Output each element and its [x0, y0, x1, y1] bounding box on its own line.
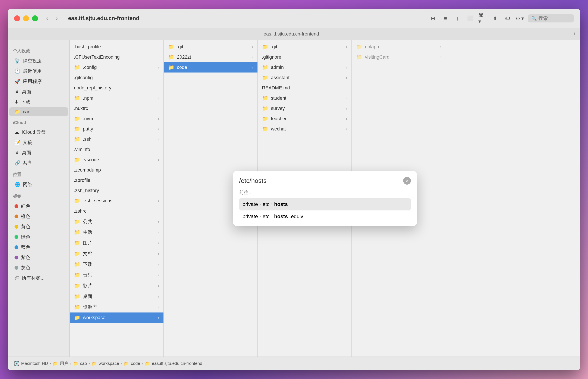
users-folder-icon: 📁	[53, 361, 58, 366]
dialog-result-2[interactable]: private › etc › hosts.equiv	[239, 210, 411, 222]
goto-input[interactable]: /etc/hosts	[239, 177, 401, 184]
breadcrumb-separator: ›	[121, 361, 122, 366]
recents-icon: 🕐	[15, 68, 20, 74]
sidebar-item-label: 桌面	[22, 89, 31, 95]
sidebar-item-desktop[interactable]: 🖥 桌面	[9, 87, 68, 97]
downloads-icon: ⬇	[15, 99, 18, 105]
breadcrumb-item[interactable]: 用户	[60, 361, 68, 366]
more-icon[interactable]: ⊙ ▾	[515, 14, 524, 23]
sidebar-item-label: 黄色	[21, 223, 30, 230]
column-view-icon[interactable]: ⫿	[454, 14, 462, 23]
tag-icon[interactable]: 🏷	[503, 14, 512, 23]
workspace-folder-icon: 📁	[92, 361, 97, 366]
traffic-lights	[14, 16, 38, 21]
dialog-result-1[interactable]: private › etc › hosts	[239, 198, 411, 210]
sort-icon[interactable]: ⌘ ▾	[478, 14, 487, 23]
sidebar-item-label: 蓝色	[21, 244, 30, 251]
share-icon[interactable]: ⬆	[491, 14, 499, 23]
tags-section-label: 标签	[8, 192, 69, 201]
chevron-right-icon: ›	[260, 202, 261, 206]
toolbar-icons: ⊞ ≡ ⫿ ⬜ ⌘ ▾ ⬆ 🏷 ⊙ ▾ 🔍	[429, 14, 574, 23]
titlebar: ‹ › eas.itf.sjtu.edu.cn-frontend ⊞ ≡ ⫿ ⬜…	[8, 9, 580, 28]
search-input[interactable]	[538, 16, 571, 21]
breadcrumb-item[interactable]: Macintosh HD	[21, 361, 48, 366]
sidebar-item-icloud-drive[interactable]: ☁ iCloud 云盘	[9, 127, 68, 137]
icloud-section-label: iCloud	[8, 118, 69, 127]
sidebar-item-yellow[interactable]: 黄色	[9, 222, 68, 232]
back-button[interactable]: ‹	[44, 14, 50, 23]
sidebar-item-shared[interactable]: 🔗 共享	[9, 158, 68, 168]
sidebar-item-orange[interactable]: 橙色	[9, 212, 68, 221]
sidebar-item-all-tags[interactable]: 🏷 所有标签...	[9, 273, 68, 283]
red-tag-icon	[15, 204, 18, 208]
chevron-right-icon: ›	[260, 214, 261, 219]
cao-icon: 📁	[15, 109, 20, 115]
result-text: etc	[263, 213, 269, 220]
sidebar-item-label: 红色	[21, 203, 30, 209]
documents-icon: 📝	[15, 140, 20, 145]
sidebar-item-label: 文稿	[23, 139, 32, 146]
sidebar-item-airdrop[interactable]: 📡 隔空投送	[9, 56, 68, 66]
result-text: private	[243, 201, 258, 207]
sidebar-item-gray[interactable]: 灰色	[9, 263, 68, 273]
dialog-overlay: /etc/hosts ✕ 前往： private › etc › hosts	[70, 40, 580, 357]
sidebar-item-label: iCloud 云盘	[22, 129, 46, 135]
sidebar-item-documents[interactable]: 📝 文稿	[9, 138, 68, 147]
airdrop-icon: 📡	[15, 58, 20, 64]
sidebar-item-red[interactable]: 红色	[9, 201, 68, 211]
breadcrumb-item[interactable]: workspace	[99, 361, 119, 366]
code-folder-icon: 📁	[124, 361, 129, 366]
tab-title: eas.itf.sjtu.edu.cn-frontend	[12, 31, 571, 37]
list-view-icon[interactable]: ≡	[441, 14, 450, 23]
sidebar-item-label: 下载	[21, 99, 30, 105]
breadcrumb-item[interactable]: code	[131, 361, 140, 366]
sidebar-item-label: 橙色	[21, 213, 30, 220]
sidebar-item-recents[interactable]: 🕐 最近使用	[9, 66, 68, 76]
favorites-section-label: 个人收藏	[8, 47, 69, 56]
sidebar-item-purple[interactable]: 紫色	[9, 253, 68, 262]
orange-tag-icon	[15, 215, 18, 218]
footer: 💽 Macintosh HD › 📁 用户 › 📁 cao › 📁 worksp…	[8, 357, 580, 370]
chevron-right-icon: ›	[271, 214, 272, 219]
window-title: eas.itf.sjtu.edu.cn-frontend	[68, 15, 140, 22]
goto-label: 前往：	[239, 189, 411, 198]
forward-button[interactable]: ›	[54, 14, 59, 23]
sidebar-item-label: 应用程序	[23, 78, 42, 85]
purple-tag-icon	[15, 256, 18, 259]
sidebar-item-desktop2[interactable]: 🖥 桌面	[9, 148, 68, 158]
sidebar-item-label: 网络	[23, 181, 32, 188]
breadcrumb-separator: ›	[70, 361, 71, 366]
sidebar-item-label: 所有标签...	[22, 275, 44, 281]
breadcrumb-item[interactable]: eas.itf.sjtu.edu.cn-frontend	[152, 361, 202, 366]
breadcrumb-separator: ›	[142, 361, 143, 366]
blue-tag-icon	[15, 245, 18, 249]
sidebar-item-network[interactable]: 🌐 网络	[9, 180, 68, 190]
dialog-results-list: private › etc › hosts private › etc ›	[239, 198, 411, 222]
sidebar-item-cao[interactable]: 📁 cao	[9, 107, 68, 116]
close-button[interactable]	[14, 16, 20, 21]
dialog-header: /etc/hosts ✕	[239, 177, 411, 185]
search-icon: 🔍	[531, 16, 537, 21]
clear-button[interactable]: ✕	[403, 177, 411, 185]
icloud-drive-icon: ☁	[15, 129, 19, 135]
all-tags-icon: 🏷	[15, 275, 19, 281]
sidebar-item-label: 灰色	[21, 265, 30, 271]
desktop-icon: 🖥	[15, 89, 19, 95]
sidebar-item-downloads[interactable]: ⬇ 下载	[9, 97, 68, 107]
finder-window: ‹ › eas.itf.sjtu.edu.cn-frontend ⊞ ≡ ⫿ ⬜…	[8, 9, 580, 370]
breadcrumb-separator: ›	[89, 361, 90, 366]
sidebar-item-apps[interactable]: 🚀 应用程序	[9, 77, 68, 86]
breadcrumb-item[interactable]: cao	[80, 361, 87, 366]
apps-icon: 🚀	[15, 79, 20, 84]
search-bar[interactable]: 🔍	[528, 14, 574, 22]
maximize-button[interactable]	[32, 16, 38, 21]
sidebar-item-blue[interactable]: 蓝色	[9, 242, 68, 252]
minimize-button[interactable]	[23, 16, 29, 21]
sidebar-item-green[interactable]: 绿色	[9, 232, 68, 242]
gallery-view-icon[interactable]: ⬜	[466, 14, 474, 23]
grid-view-icon[interactable]: ⊞	[429, 14, 437, 23]
sidebar-item-label: 绿色	[21, 234, 30, 240]
add-tab-button[interactable]: +	[573, 31, 576, 37]
result-bold-text: hosts	[274, 201, 288, 207]
content-area: 个人收藏 📡 隔空投送 🕐 最近使用 🚀 应用程序 🖥 桌面 ⬇ 下载	[8, 40, 580, 357]
